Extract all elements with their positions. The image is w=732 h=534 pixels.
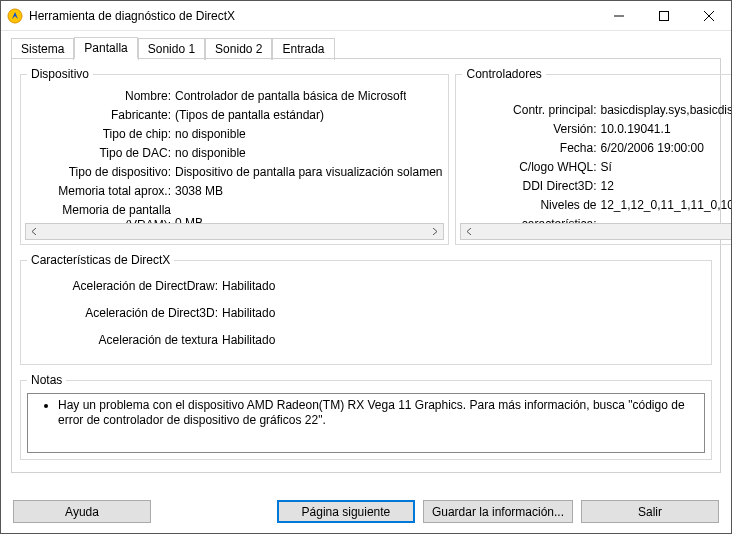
tab-sonido1[interactable]: Sonido 1 (138, 38, 205, 60)
device-vram-label: Memoria de pantalla (VRAM): (27, 203, 175, 225)
drivers-legend: Controladores (462, 67, 545, 81)
device-group: Dispositivo Nombre:Controlador de pantal… (20, 67, 449, 245)
device-manufacturer-label: Fabricante: (27, 106, 175, 125)
tab-panel-pantalla: Dispositivo Nombre:Controlador de pantal… (11, 58, 721, 473)
help-button[interactable]: Ayuda (13, 500, 151, 523)
driver-version-value: 10.0.19041.1 (600, 120, 670, 139)
device-chip-value: no disponible (175, 125, 246, 144)
close-button[interactable] (686, 1, 731, 31)
notes-textarea[interactable]: Hay un problema con el dispositivo AMD R… (27, 393, 705, 453)
device-legend: Dispositivo (27, 67, 93, 81)
driver-whql-label: C/logo WHQL: (462, 158, 600, 177)
features-legend: Características de DirectX (27, 253, 174, 267)
driver-main-value: basicdisplay.sys,basicdisplay (600, 101, 732, 120)
device-totalmem-label: Memoria total aprox.: (27, 182, 175, 201)
chevron-right-icon[interactable] (426, 224, 443, 239)
tab-sonido2[interactable]: Sonido 2 (205, 38, 272, 60)
minimize-button[interactable] (596, 1, 641, 31)
device-scrollbar[interactable] (25, 223, 444, 240)
tab-bar: Sistema Pantalla Sonido 1 Sonido 2 Entra… (11, 37, 721, 59)
device-type-value: Dispositivo de pantalla para visualizaci… (175, 163, 442, 182)
device-name-value: Controlador de pantalla básica de Micros… (175, 87, 406, 106)
maximize-button[interactable] (641, 1, 686, 31)
drivers-group: Controladores Contr. principal:basicdisp… (455, 67, 732, 245)
window-title: Herramienta de diagnóstico de DirectX (29, 9, 596, 23)
chevron-left-icon[interactable] (26, 224, 43, 239)
feat-tex-value: Habilitado (222, 327, 275, 354)
device-dac-value: no disponible (175, 144, 246, 163)
titlebar: Herramienta de diagnóstico de DirectX (1, 1, 731, 31)
driver-feature-label: Niveles de característica: (462, 196, 600, 225)
driver-ddi-label: DDI Direct3D: (462, 177, 600, 196)
feat-dd-value: Habilitado (222, 273, 275, 300)
driver-date-value: 6/20/2006 19:00:00 (600, 139, 703, 158)
chevron-left-icon[interactable] (461, 224, 478, 239)
driver-feature-value: 12_1,12_0,11_1,11_0,10_1, (600, 196, 732, 225)
device-type-label: Tipo de dispositivo: (27, 163, 175, 182)
tab-entrada[interactable]: Entrada (272, 38, 334, 60)
app-icon (7, 8, 23, 24)
driver-date-label: Fecha: (462, 139, 600, 158)
notes-line: Hay un problema con el dispositivo AMD R… (58, 398, 696, 428)
feat-d3d-value: Habilitado (222, 300, 275, 327)
driver-version-label: Versión: (462, 120, 600, 139)
device-name-label: Nombre: (27, 87, 175, 106)
feat-d3d-label: Aceleración de Direct3D: (27, 300, 222, 327)
driver-ddi-value: 12 (600, 177, 613, 196)
driver-whql-value: Sí (600, 158, 611, 177)
features-group: Características de DirectX Aceleración d… (20, 253, 712, 365)
tab-sistema[interactable]: Sistema (11, 38, 74, 60)
save-info-button[interactable]: Guardar la información... (423, 500, 573, 523)
tab-pantalla[interactable]: Pantalla (74, 37, 137, 59)
device-dac-label: Tipo de DAC: (27, 144, 175, 163)
driver-main-label: Contr. principal: (462, 101, 600, 120)
next-page-button[interactable]: Página siguiente (277, 500, 415, 523)
exit-button[interactable]: Salir (581, 500, 719, 523)
drivers-scrollbar[interactable] (460, 223, 732, 240)
device-totalmem-value: 3038 MB (175, 182, 223, 201)
notes-group: Notas Hay un problema con el dispositivo… (20, 373, 712, 460)
device-manufacturer-value: (Tipos de pantalla estándar) (175, 106, 324, 125)
button-bar: Ayuda Página siguiente Guardar la inform… (1, 500, 731, 523)
feat-tex-label: Aceleración de textura (27, 327, 222, 354)
feat-dd-label: Aceleración de DirectDraw: (27, 273, 222, 300)
notes-legend: Notas (27, 373, 66, 387)
svg-rect-2 (659, 11, 668, 20)
device-chip-label: Tipo de chip: (27, 125, 175, 144)
